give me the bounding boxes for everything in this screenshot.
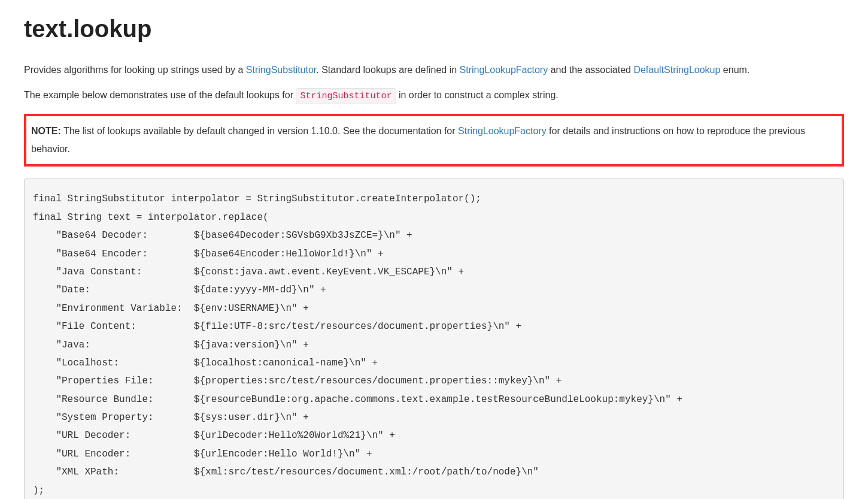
stringlookupfactory-link[interactable]: StringLookupFactory <box>460 65 548 75</box>
intro-text-2: . Standard lookups are defined in <box>316 65 459 75</box>
note-text-1: The list of lookups available by default… <box>61 126 458 136</box>
note-label: NOTE: <box>31 126 61 136</box>
example-text-1: The example below demonstrates use of th… <box>24 90 296 100</box>
intro-text-1: Provides algorithms for looking up strin… <box>24 65 246 75</box>
example-paragraph: The example below demonstrates use of th… <box>24 87 844 104</box>
intro-text-4: enum. <box>720 65 749 75</box>
stringsubstitutor-code: StringSubstitutor <box>296 88 396 104</box>
intro-paragraph: Provides algorithms for looking up strin… <box>24 62 844 78</box>
note-stringlookupfactory-link[interactable]: StringLookupFactory <box>458 126 547 136</box>
note-paragraph: NOTE: The list of lookups available by d… <box>31 122 837 159</box>
code-example: final StringSubstitutor interpolator = S… <box>24 179 844 499</box>
stringsubstitutor-link[interactable]: StringSubstitutor <box>246 65 316 75</box>
defaultstringlookup-link[interactable]: DefaultStringLookup <box>633 65 720 75</box>
intro-text-3: and the associated <box>548 65 633 75</box>
example-text-2: in order to construct a complex string. <box>396 90 559 100</box>
page-title: text.lookup <box>24 10 844 48</box>
note-box: NOTE: The list of lookups available by d… <box>24 114 844 167</box>
